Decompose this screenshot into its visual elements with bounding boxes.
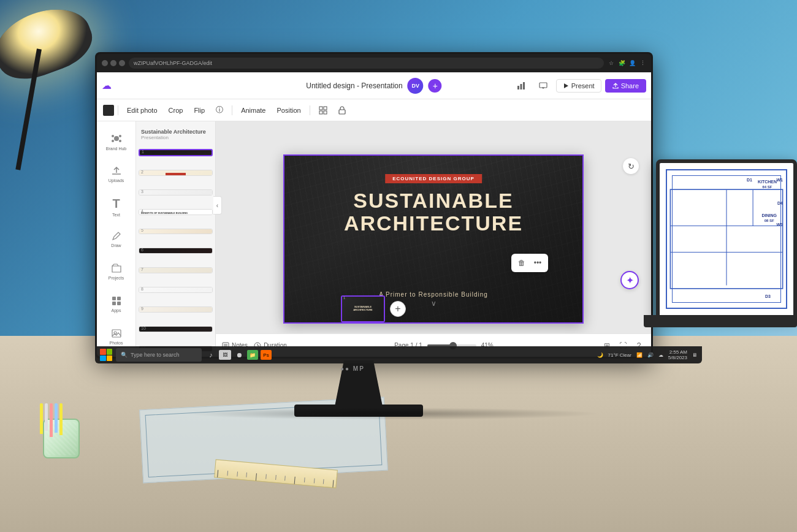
- slide-expand-button[interactable]: ∨: [431, 299, 437, 308]
- grid-overlay-button[interactable]: [314, 104, 332, 117]
- sidebar-label-apps: Apps: [112, 308, 121, 313]
- sidebar-item-text[interactable]: T Text: [101, 191, 132, 222]
- sidebar-label-uploads: Uploads: [109, 178, 124, 183]
- draw-icon: [111, 230, 122, 241]
- more-options-button[interactable]: •••: [531, 256, 544, 270]
- add-slide-button[interactable]: +: [390, 301, 406, 317]
- photos-icon: [111, 328, 122, 339]
- pencil: [55, 403, 58, 433]
- header-right: Present Share: [512, 77, 646, 95]
- address-bar[interactable]: wZIPUafVOHLhPF-GADGA/edit: [129, 58, 604, 69]
- browser-chrome: wZIPUafVOHLhPF-GADGA/edit ☆ 🧩 👤 ⋮: [97, 54, 651, 72]
- color-swatch[interactable]: [103, 105, 114, 116]
- taskbar-music-icon[interactable]: ♪: [205, 349, 216, 360]
- laptop-keyboard: [644, 315, 797, 327]
- svg-rect-20: [117, 302, 121, 305]
- slide-thumbnail-3[interactable]: WhySustainableArchitecture 3: [139, 189, 213, 196]
- pencil: [50, 403, 53, 437]
- minimize-button[interactable]: [102, 60, 108, 66]
- analytics-icon[interactable]: [512, 77, 530, 95]
- position-button[interactable]: Position: [272, 104, 305, 116]
- slide-thumbnail-8[interactable]: What exactly is sustainable architecture…: [139, 287, 213, 293]
- toolbar-separator-3: [310, 105, 310, 115]
- panel-collapse-button[interactable]: ‹: [213, 196, 222, 215]
- refresh-button[interactable]: ↻: [623, 158, 639, 174]
- floor-plan: KITCHEN64 SF D1 W1 D4 DINING08 SF D3 W1: [666, 169, 787, 309]
- slide-strip: SUSTAINABLEARCHITECTURE 1 +: [335, 291, 412, 327]
- main-slide[interactable]: ECOUNITED DESIGN GROUP SUSTAINABLEARCHIT…: [283, 154, 584, 324]
- taskbar-search[interactable]: 🔍 Type here to search: [116, 348, 202, 362]
- projects-icon: [111, 263, 122, 274]
- sidebar-item-brand-hub[interactable]: Brand Hub: [101, 126, 132, 158]
- taskbar-volume-icon: 🔊: [647, 352, 654, 358]
- svg-rect-0: [517, 86, 519, 89]
- lock-icon: [338, 106, 346, 115]
- sidebar-item-draw[interactable]: Draw: [101, 224, 132, 255]
- lock-button[interactable]: [334, 104, 351, 117]
- monitor-icon[interactable]: [534, 77, 552, 95]
- windows-start-button[interactable]: [100, 349, 112, 361]
- strip-thumbnail-1[interactable]: SUSTAINABLEARCHITECTURE 1: [341, 295, 385, 322]
- browser-actions: ☆ 🧩 👤 ⋮: [608, 59, 646, 67]
- present-button[interactable]: Present: [556, 79, 601, 93]
- svg-rect-7: [319, 107, 322, 110]
- info-icon: ⓘ: [216, 105, 223, 115]
- slide-thumbnail-10[interactable]: 10: [139, 326, 213, 332]
- close-button[interactable]: [119, 60, 125, 66]
- taskbar-folder-icon[interactable]: 📁: [247, 350, 258, 360]
- taskbar-record-icon[interactable]: ⏺: [234, 349, 245, 360]
- uploads-icon: [111, 165, 122, 177]
- apps-icon: [111, 295, 122, 306]
- slide-thumbnail-9[interactable]: 40% 9: [139, 306, 213, 313]
- slide-main-title: SUSTAINABLEARCHITECTURE: [284, 189, 582, 235]
- maximize-button[interactable]: [110, 60, 116, 66]
- sidebar-item-projects[interactable]: Projects: [101, 256, 132, 287]
- sidebar-label-brand-hub: Brand Hub: [106, 146, 126, 151]
- taskbar-icons: ♪ 🖼 ⏺ 📁 Ps: [205, 349, 272, 360]
- profile-icon[interactable]: 👤: [628, 59, 636, 67]
- star-icon[interactable]: ☆: [608, 59, 615, 67]
- extension-icon[interactable]: 🧩: [618, 59, 625, 67]
- taskbar-weather-icon: 🌙: [597, 352, 603, 358]
- slide-thumbnail-2[interactable]: 2: [139, 170, 213, 176]
- flip-button[interactable]: Flip: [189, 104, 210, 116]
- strip-thumb-content-1: SUSTAINABLEARCHITECTURE: [342, 297, 384, 321]
- taskbar-image-icon[interactable]: 🖼: [219, 350, 231, 360]
- animate-button[interactable]: Animate: [236, 104, 270, 116]
- slide-panel-header: Sustainable Architecture Presentation: [139, 126, 213, 143]
- sidebar-item-uploads[interactable]: Uploads: [101, 159, 132, 190]
- pencil: [45, 403, 48, 431]
- pencil: [40, 403, 43, 434]
- monitor-screen: wZIPUafVOHLhPF-GADGA/edit ☆ 🧩 👤 ⋮ ☁ Unti…: [97, 54, 651, 357]
- add-element-button[interactable]: ✦: [620, 271, 639, 289]
- slide-subtitle: A Primer to Responsible Building: [284, 291, 582, 298]
- share-button[interactable]: Share: [605, 79, 646, 93]
- menu-icon[interactable]: ⋮: [639, 59, 646, 67]
- slide-thumbnail-5[interactable]: $11 Billion 5: [139, 229, 213, 235]
- info-button[interactable]: ⓘ: [211, 102, 228, 118]
- taskbar-photoshop-icon[interactable]: Ps: [261, 350, 272, 360]
- slide-thumbnail-7[interactable]: 31.20% 7: [139, 267, 213, 273]
- svg-point-16: [119, 140, 121, 142]
- taskbar-weather-text: 71°F Clear: [608, 352, 631, 358]
- header-left: ☁: [102, 80, 112, 91]
- monitor-shadow: [184, 408, 601, 420]
- crop-button[interactable]: Crop: [164, 104, 188, 116]
- canvas-area: ↻: [216, 121, 651, 357]
- sidebar-label-draw: Draw: [111, 243, 121, 248]
- sidebar-item-apps[interactable]: Apps: [101, 288, 132, 319]
- slide-thumbnail-1[interactable]: ECOUNITED DESIGN GROUP SUSTAINABLEARCHIT…: [139, 149, 213, 156]
- svg-point-22: [114, 332, 116, 334]
- svg-rect-2: [523, 82, 525, 89]
- slide-thumbnail-4[interactable]: BENEFITS OF SUSTAINABLE BUILDING 4: [139, 209, 213, 215]
- slide-thumbnail-6[interactable]: OF GREENHOUSE GASEMISSIONS COME FROM... …: [139, 248, 213, 254]
- svg-rect-9: [319, 111, 322, 114]
- invite-plus-button[interactable]: +: [429, 79, 442, 93]
- delete-element-button[interactable]: 🗑: [515, 256, 528, 270]
- sidebar-label-text: Text: [112, 213, 120, 217]
- svg-rect-11: [339, 110, 345, 114]
- edit-photo-button[interactable]: Edit photo: [122, 104, 162, 116]
- svg-rect-19: [112, 302, 116, 305]
- grid-icon: [319, 106, 327, 115]
- svg-rect-8: [324, 107, 327, 110]
